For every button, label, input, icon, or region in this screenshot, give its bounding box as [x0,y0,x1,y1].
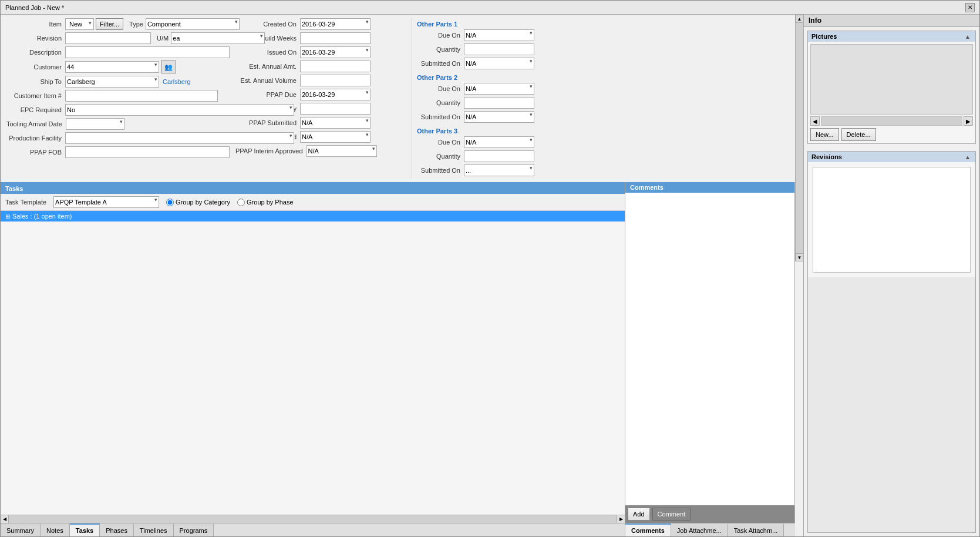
est-annual-volume-row: Est. Annual Volume [235,75,406,86]
scroll-up-btn[interactable]: ▲ [796,15,804,23]
pictures-collapse-btn[interactable]: ▲ [964,33,972,40]
item-dropdown[interactable]: New [65,18,94,30]
radio-phase-input[interactable] [237,199,245,206]
sales-group-label: Sales : (1 open item) [12,213,72,220]
created-on-label: Created On [235,21,300,28]
type-select[interactable]: Component [146,18,240,30]
add-button[interactable]: Add [628,508,650,521]
tab-notes[interactable]: Notes [41,523,70,536]
ppap-due-row: PPAP Due 2016-03-29 [235,89,406,100]
tooling-date-select[interactable] [66,118,124,130]
customer-select[interactable]: 44 [65,61,159,73]
op3-due-on-row: Due On N/A [417,136,576,148]
production-facility-select[interactable] [65,132,294,144]
sales-group-row[interactable]: ⊞ Sales : (1 open item) [1,211,625,221]
tab-timelines[interactable]: Timelines [134,523,174,536]
op1-submitted-wrapper: N/A [464,58,534,69]
radio-group-phase[interactable]: Group by Phase [237,199,294,206]
comments-body [625,193,794,505]
um-select[interactable]: ea [171,32,265,44]
customer-select-wrapper: 44 [65,61,159,73]
tab-tasks[interactable]: Tasks [70,523,100,536]
pictures-scroll-track[interactable] [821,116,962,126]
tab-phases[interactable]: Phases [100,523,134,536]
tab-summary[interactable]: Summary [1,523,41,536]
close-button[interactable]: ✕ [965,3,975,12]
epc-required-row: EPC Required No [6,104,230,116]
description-input[interactable] [65,46,230,58]
issued-on-wrapper: 2016-03-29 [300,46,371,58]
template-select[interactable]: APQP Template A [53,196,159,208]
ship-to-select[interactable]: Carlsberg [65,76,159,88]
left-panel: Item New Filter... Type [1,15,795,536]
op1-quantity-input[interactable] [464,43,534,55]
revisions-collapse-btn[interactable]: ▲ [964,154,972,160]
issued-on-select[interactable]: 2016-03-29 [300,46,371,58]
build-weeks-input[interactable] [300,32,371,44]
type-select-wrapper: Component [146,18,240,30]
ship-to-link[interactable]: Carlsberg [163,78,191,85]
vertical-scrollbar[interactable]: ▲ ▼ [795,15,803,261]
revision-input[interactable] [65,32,151,44]
ship-to-select-wrapper: Carlsberg [65,76,159,88]
comment-button[interactable]: Comment [652,508,691,521]
item-select[interactable]: New [69,21,90,28]
ppap-due-wrapper: 2016-03-29 [300,89,371,100]
pictures-new-btn[interactable]: New... [810,128,839,141]
op3-submitted-select[interactable]: ... [464,165,534,176]
op3-quantity-input[interactable] [464,150,534,162]
op2-submitted-select[interactable]: N/A [464,111,534,123]
op2-quantity-input[interactable] [464,97,534,109]
created-on-select[interactable]: 2016-03-29 [300,18,371,30]
pictures-scroll-left[interactable]: ◀ [810,116,820,126]
production-facility-label: Production Facility [6,135,65,142]
scroll-down-btn[interactable]: ▼ [796,253,804,261]
ppap-interim-select[interactable]: N/A [307,145,377,157]
pictures-delete-btn[interactable]: Delete... [841,128,876,141]
ppap-approved-select[interactable]: N/A [300,131,371,143]
scrollbar-track-h[interactable] [9,515,617,523]
issued-on-label: Issued On [235,49,300,56]
tab-task-attachments[interactable]: Task Attachm... [728,523,784,536]
op2-due-on-select[interactable]: N/A [464,83,534,95]
pictures-scroll-right[interactable]: ▶ [964,116,973,126]
created-on-row: Created On 2016-03-29 [235,18,406,30]
ppap-due-select[interactable]: 2016-03-29 [300,89,371,100]
op3-quantity-label: Quantity [417,153,464,160]
customer-item-input[interactable] [65,90,218,102]
tooling-arrival-row: Tooling Arrival Date [6,118,230,130]
est-annual-volume-input[interactable] [300,75,371,86]
ppap-fob-input[interactable] [65,146,230,158]
scroll-track-v[interactable] [796,23,803,253]
ppap-interim-row: PPAP Interim Approved N/A [235,145,406,157]
ppap-submitted-select[interactable]: N/A [300,117,371,129]
tooling-arrival-label: Tooling Arrival Date [6,120,66,127]
revisions-panel: Revisions ▲ [807,151,976,533]
tab-programs[interactable]: Programs [174,523,214,536]
comments-tabs-row: Comments Job Attachme... Task Attachm... [625,523,795,536]
production-facility-wrapper [65,132,294,144]
op1-submitted-select[interactable]: N/A [464,58,534,69]
scroll-right-btn[interactable]: ▶ [617,515,625,523]
op3-due-on-label: Due On [417,139,464,146]
tab-job-attachments[interactable]: Job Attachme... [671,523,728,536]
epc-select[interactable]: No [65,104,294,116]
ppap-qty-input[interactable] [300,103,371,115]
other-parts-2-header: Other Parts 2 [417,74,576,81]
op3-due-on-select[interactable]: N/A [464,136,534,148]
est-annual-amt-input[interactable] [300,61,371,72]
radio-category-input[interactable] [166,199,174,206]
customer-lookup-button[interactable]: 👥 [161,61,176,73]
scroll-left-btn[interactable]: ◀ [1,515,9,523]
horizontal-scrollbar[interactable]: ◀ ▶ [1,515,625,523]
radio-group-category[interactable]: Group by Category [166,199,230,206]
ppap-due-label: PPAP Due [235,91,300,98]
op3-submitted-wrapper: ... [464,165,534,176]
pictures-body: ◀ ▶ New... Delete... [808,42,975,143]
filter-button[interactable]: Filter... [96,18,123,30]
op1-due-on-select[interactable]: N/A [464,29,534,41]
production-facility-row: Production Facility [6,132,230,144]
ship-to-label: Ship To [6,78,65,85]
tab-comments[interactable]: Comments [625,523,671,536]
ppap-submitted-row: PPAP Submitted N/A [235,117,406,129]
